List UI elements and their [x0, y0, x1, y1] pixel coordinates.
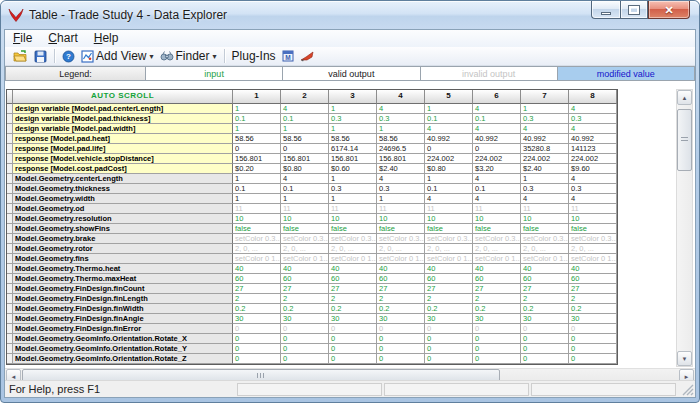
close-button[interactable]: ✕: [648, 1, 690, 19]
table-cell[interactable]: 27: [233, 284, 281, 294]
table-cell[interactable]: 0: [425, 344, 473, 354]
table-cell[interactable]: 4: [473, 174, 521, 184]
row-label[interactable]: design variable [Model.pad.centerLength]: [13, 104, 233, 114]
row-label[interactable]: response [Model.pad.heat]: [13, 134, 233, 144]
table-cell[interactable]: $9.60: [569, 164, 617, 174]
table-cell[interactable]: 156.801: [281, 154, 329, 164]
table-cell[interactable]: 40.992: [521, 134, 569, 144]
table-cell[interactable]: 11: [521, 204, 569, 214]
table-cell[interactable]: 60: [473, 274, 521, 284]
table-cell[interactable]: false: [425, 224, 473, 234]
table-cell[interactable]: 1: [425, 174, 473, 184]
table-cell[interactable]: 2: [281, 294, 329, 304]
table-cell[interactable]: false: [569, 224, 617, 234]
table-cell[interactable]: 224.002: [425, 154, 473, 164]
row-label[interactable]: Model.Geometry.GeomInfo.Orientation.Rota…: [13, 344, 233, 354]
plugin-flag-button[interactable]: [297, 48, 317, 65]
table-cell[interactable]: 1: [233, 194, 281, 204]
table-cell[interactable]: 10: [521, 214, 569, 224]
table-cell[interactable]: 10: [233, 214, 281, 224]
table-cell[interactable]: setColor 0 1...: [473, 254, 521, 264]
table-cell[interactable]: 2: [233, 294, 281, 304]
table-cell[interactable]: 4: [425, 124, 473, 134]
row-label[interactable]: Model.Geometry.centerLength: [13, 174, 233, 184]
table-cell[interactable]: 10: [377, 214, 425, 224]
table-cell[interactable]: 27: [521, 284, 569, 294]
table-cell[interactable]: 0.3: [521, 184, 569, 194]
table-cell[interactable]: setColor 0.3...: [329, 234, 377, 244]
table-cell[interactable]: setColor 0 1...: [329, 254, 377, 264]
column-header[interactable]: 3: [329, 90, 377, 104]
table-cell[interactable]: 0.1: [233, 114, 281, 124]
table-cell[interactable]: 60: [569, 274, 617, 284]
table-cell[interactable]: 2, 0, ...: [569, 244, 617, 254]
table-cell[interactable]: 2: [521, 294, 569, 304]
table-cell[interactable]: 0: [521, 354, 569, 364]
table-cell[interactable]: 30: [377, 314, 425, 324]
table-cell[interactable]: 0: [425, 144, 473, 154]
save-button[interactable]: [31, 48, 50, 65]
table-cell[interactable]: 0.2: [569, 304, 617, 314]
table-cell[interactable]: setColor 0 1...: [569, 254, 617, 264]
table-cell[interactable]: 40.992: [425, 134, 473, 144]
table-cell[interactable]: 58.56: [281, 134, 329, 144]
table-cell[interactable]: 2: [329, 294, 377, 304]
row-label[interactable]: Model.Geometry.FinDesign.finWidth: [13, 304, 233, 314]
table-cell[interactable]: 2, 0, ...: [329, 244, 377, 254]
open-button[interactable]: [10, 48, 31, 65]
table-cell[interactable]: 24696.5: [377, 144, 425, 154]
table-cell[interactable]: 4: [425, 194, 473, 204]
row-label[interactable]: Model.Geometry.Thermo.maxHeat: [13, 274, 233, 284]
table-cell[interactable]: 0: [425, 334, 473, 344]
table-cell[interactable]: 0.1: [281, 184, 329, 194]
table-cell[interactable]: 0: [425, 324, 473, 334]
table-cell[interactable]: 2: [377, 294, 425, 304]
table-cell[interactable]: false: [233, 224, 281, 234]
table-cell[interactable]: 11: [377, 204, 425, 214]
table-cell[interactable]: 1: [425, 104, 473, 114]
table-cell[interactable]: 4: [473, 194, 521, 204]
table-cell[interactable]: 0: [281, 354, 329, 364]
table-cell[interactable]: 0: [425, 354, 473, 364]
table-cell[interactable]: 10: [569, 214, 617, 224]
table-cell[interactable]: 40: [329, 264, 377, 274]
table-cell[interactable]: 1: [233, 124, 281, 134]
table-cell[interactable]: 40: [473, 264, 521, 274]
table-cell[interactable]: 156.801: [377, 154, 425, 164]
table-cell[interactable]: 0.2: [473, 304, 521, 314]
table-cell[interactable]: 2: [425, 294, 473, 304]
table-cell[interactable]: 0: [233, 354, 281, 364]
table-cell[interactable]: 60: [521, 274, 569, 284]
help-button[interactable]: ?: [59, 48, 78, 65]
table-cell[interactable]: 0: [329, 344, 377, 354]
row-label[interactable]: response [Model.pad.life]: [13, 144, 233, 154]
auto-scroll-header[interactable]: AUTO SCROLL: [13, 90, 233, 104]
table-cell[interactable]: 27: [425, 284, 473, 294]
table-cell[interactable]: 0: [569, 324, 617, 334]
table-cell[interactable]: 156.801: [233, 154, 281, 164]
table-cell[interactable]: 0: [473, 324, 521, 334]
table-cell[interactable]: 0.3: [377, 114, 425, 124]
scroll-down-button[interactable]: ▼: [677, 351, 692, 366]
minimize-button[interactable]: [591, 1, 620, 19]
row-label[interactable]: Model.Geometry.GeomInfo.Orientation.Rota…: [13, 354, 233, 364]
table-cell[interactable]: $3.20: [473, 164, 521, 174]
menu-file[interactable]: File: [5, 30, 40, 47]
table-cell[interactable]: 2, 0, ...: [377, 244, 425, 254]
table-cell[interactable]: 4: [569, 104, 617, 114]
table-cell[interactable]: 40.992: [473, 134, 521, 144]
column-header[interactable]: 1: [233, 90, 281, 104]
table-cell[interactable]: 0.3: [329, 114, 377, 124]
table-cell[interactable]: 2: [473, 294, 521, 304]
table-cell[interactable]: $2.40: [521, 164, 569, 174]
table-cell[interactable]: 4: [281, 174, 329, 184]
table-cell[interactable]: false: [281, 224, 329, 234]
table-cell[interactable]: 0: [281, 324, 329, 334]
table-cell[interactable]: 0: [329, 324, 377, 334]
table-cell[interactable]: 224.002: [473, 154, 521, 164]
table-cell[interactable]: 0: [233, 324, 281, 334]
table-cell[interactable]: false: [329, 224, 377, 234]
row-label[interactable]: Model.Geometry.Thermo.heat: [13, 264, 233, 274]
table-cell[interactable]: 0.3: [569, 114, 617, 124]
table-cell[interactable]: 0: [281, 144, 329, 154]
